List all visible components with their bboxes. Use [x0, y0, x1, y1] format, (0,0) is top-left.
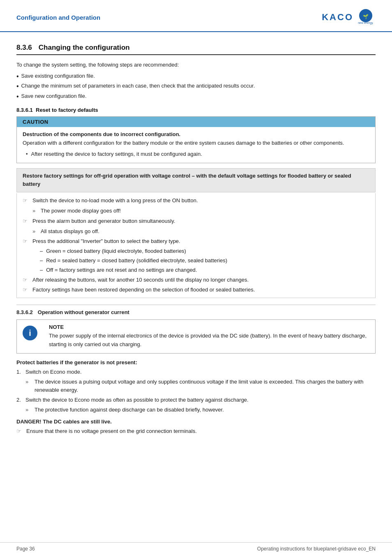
svg-text:🌱: 🌱 [363, 14, 369, 19]
step-icon-3: ☞ [23, 237, 32, 246]
page-footer: Page 36 Operating instructions for bluep… [0, 542, 392, 555]
step-text-2: Press the alarm button and generator but… [32, 217, 175, 226]
arrow-icon-2: » [25, 406, 35, 414]
step-text-1: Switch the device to no-load mode with a… [32, 197, 198, 205]
steps-container: ☞ Switch the device to no-load mode with… [16, 193, 376, 298]
sub-bullet-dash-1: – [40, 247, 43, 256]
section-836-heading: 8.3.6 Changing the configuration [16, 44, 376, 55]
step-row-1: ☞ Switch the device to no-load mode with… [17, 196, 375, 206]
danger-step-icon: ☞ [16, 427, 26, 436]
step-result-icon-2: » [32, 227, 41, 236]
sub-bullet-1: – Green = closed battery (liquid electro… [17, 247, 375, 256]
danger-step-text: Ensure that there is no voltage present … [26, 427, 197, 436]
info-icon: i [23, 326, 37, 340]
step-text-5: Factory settings have been restored depe… [32, 286, 255, 294]
bullet-dot-1: • [16, 72, 19, 81]
step-text-4: After releasing the buttons, wait for an… [32, 276, 249, 284]
step-icon-5: ☞ [23, 286, 32, 294]
note-box: i NOTE The power supply of the internal … [16, 319, 376, 354]
bullet-1: • Save existing configuration file. [16, 72, 376, 81]
protect-result-text-2: The protective function against deep dis… [35, 406, 224, 414]
step-text-3: Press the additional "Inverter" button t… [32, 237, 180, 246]
danger-heading: DANGER! The DC cables are still live. [16, 419, 376, 425]
caution-bullet: • After resetting the device to factory … [23, 150, 369, 159]
kaco-logo-icon: 🌱 new energy. [356, 7, 376, 27]
sub-section-8361-heading: 8.3.6.1 Reset to factory defaults [16, 107, 376, 113]
bullet-dot-3: • [16, 92, 19, 101]
step-result-text-1: The power mode display goes off! [41, 207, 121, 215]
protect-heading: Protect batteries if the generator is no… [16, 359, 376, 365]
sub-bullet-dash-2: – [40, 257, 43, 265]
note-content: NOTE The power supply of the internal el… [43, 320, 375, 353]
step-row-5: ☞ Factory settings have been restored de… [17, 285, 375, 295]
protect-step-2: 2. Switch the device to Econo mode as of… [16, 396, 376, 405]
step-icon-2: ☞ [23, 217, 32, 226]
protect-step-num-2: 2. [16, 396, 25, 405]
protect-step-text-1: Switch on Econo mode. [25, 368, 82, 377]
kaco-logo-text: KACO [322, 12, 353, 23]
svg-text:new energy.: new energy. [358, 21, 374, 25]
instruction-box-title: Restore factory settings for off-grid op… [23, 173, 351, 187]
step-row-4: ☞ After releasing the buttons, wait for … [17, 275, 375, 285]
main-content: 8.3.6 Changing the configuration To chan… [0, 32, 392, 457]
step-icon-4: ☞ [23, 276, 32, 284]
protect-result-2: » The protective function against deep d… [16, 406, 376, 414]
sub-section-8362-number: 8.3.6.2 [16, 309, 33, 315]
step-result-1: » The power mode display goes off! [17, 206, 375, 216]
sub-bullet-2: – Red = sealed battery = closed battery … [17, 256, 375, 266]
step-row-2: ☞ Press the alarm button and generator b… [17, 216, 375, 227]
sub-bullet-text-1: Green = closed battery (liquid electroly… [46, 247, 186, 256]
note-text: The power supply of the internal electro… [49, 332, 369, 349]
bullet-2: • Change the minimum set of parameters i… [16, 82, 376, 91]
sub-section-8362-heading: 8.3.6.2 Operation without generator curr… [16, 309, 376, 315]
caution-box: CAUTION Destruction of the components du… [16, 116, 376, 163]
footer-page: Page 36 [16, 546, 35, 552]
sub-bullet-dash-3: – [40, 266, 43, 275]
protect-step-text-2: Switch the device to Econo mode as often… [25, 396, 249, 405]
note-title: NOTE [49, 324, 369, 330]
instruction-box: Restore factory settings for off-grid op… [16, 168, 376, 193]
step-row-3: ☞ Press the additional "Inverter" button… [17, 236, 375, 247]
sub-section-8362-title: Operation without generator current [38, 309, 129, 315]
sub-section-8361-number: 8.3.6.1 [16, 107, 33, 113]
caution-bullet-text: After resetting the device to factory se… [31, 150, 202, 159]
protect-batteries-section: Protect batteries if the generator is no… [16, 359, 376, 437]
arrow-icon-1: » [25, 378, 35, 386]
header-title: Configuration and Operation [16, 14, 100, 21]
sub-section-8361-title: Reset to factory defaults [36, 107, 98, 113]
caution-body: Destruction of the components due to inc… [17, 127, 375, 163]
protect-result-text-1: The device issues a pulsing output volta… [35, 378, 376, 395]
footer-doc: Operating instructions for blueplanet-gr… [257, 546, 376, 552]
step-icon-1: ☞ [23, 197, 32, 205]
kaco-logo: KACO 🌱 new energy. [322, 7, 376, 27]
danger-step: ☞ Ensure that there is no voltage presen… [16, 426, 376, 437]
bullet-dot-2: • [16, 82, 19, 91]
caution-bullet-dot: • [26, 150, 28, 159]
caution-header: CAUTION [17, 117, 375, 127]
sub-bullet-text-2: Red = sealed battery = closed battery (s… [46, 257, 227, 265]
step-result-icon-1: » [32, 207, 41, 215]
page-header: Configuration and Operation KACO 🌱 new e… [0, 0, 392, 32]
protect-result-1: » The device issues a pulsing output vol… [16, 378, 376, 395]
sub-bullet-3: – Off = factory settings are not reset a… [17, 266, 375, 275]
bullet-3-text: Save new configuration file. [21, 92, 87, 101]
protect-step-num-1: 1. [16, 368, 25, 377]
bullet-2-text: Change the minimum set of parameters in … [21, 82, 255, 90]
sub-bullet-text-3: Off = factory settings are not reset and… [46, 266, 197, 275]
protect-step-1: 1. Switch on Econo mode. [16, 368, 376, 377]
section-836-title: Changing the configuration [39, 44, 130, 52]
caution-text: Operation with a different configuration… [23, 139, 369, 148]
intro-text: To change the system setting, the follow… [16, 61, 376, 69]
step-result-text-2: All status displays go off. [41, 227, 99, 236]
bullet-1-text: Save existing configuration file. [21, 72, 95, 81]
subsection-divider [16, 305, 376, 305]
note-icon-col: i [17, 320, 43, 353]
section-836-number: 8.3.6 [16, 44, 32, 52]
step-result-2: » All status displays go off. [17, 227, 375, 237]
caution-bold-line: Destruction of the components due to inc… [23, 131, 369, 137]
bullet-3: • Save new configuration file. [16, 92, 376, 101]
